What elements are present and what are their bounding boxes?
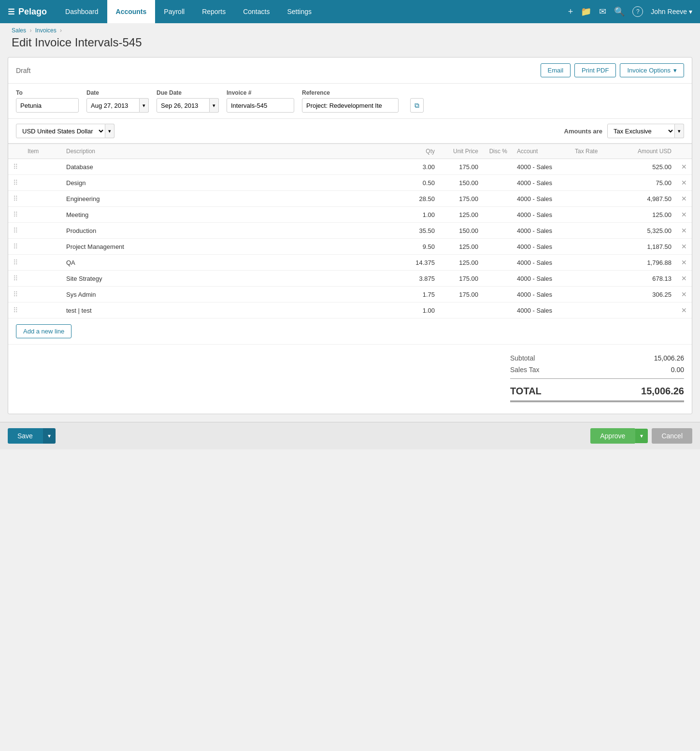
description-cell[interactable]: Production xyxy=(61,223,406,239)
tax-rate-cell[interactable] xyxy=(570,223,623,239)
drag-handle[interactable] xyxy=(8,159,23,175)
account-cell[interactable]: 4000 - Sales xyxy=(512,255,570,271)
reference-input[interactable] xyxy=(302,98,399,113)
tax-rate-cell[interactable] xyxy=(570,239,623,255)
unit-price-cell[interactable]: 125.00 xyxy=(440,239,483,255)
remove-row-button[interactable]: ✕ xyxy=(681,259,687,266)
qty-cell[interactable]: 3.00 xyxy=(406,159,440,175)
drag-handle[interactable] xyxy=(8,207,23,223)
remove-row-button[interactable]: ✕ xyxy=(681,290,687,298)
description-cell[interactable]: test | test xyxy=(61,303,406,318)
remove-row-button[interactable]: ✕ xyxy=(681,227,687,234)
unit-price-cell[interactable]: 125.00 xyxy=(440,207,483,223)
account-cell[interactable]: 4000 - Sales xyxy=(512,239,570,255)
description-cell[interactable]: Design xyxy=(61,175,406,191)
qty-cell[interactable]: 1.00 xyxy=(406,303,440,318)
save-button[interactable]: Save xyxy=(8,428,43,444)
qty-cell[interactable]: 35.50 xyxy=(406,223,440,239)
qty-cell[interactable]: 28.50 xyxy=(406,191,440,207)
tax-rate-cell[interactable] xyxy=(570,271,623,287)
remove-row-button[interactable]: ✕ xyxy=(681,211,687,218)
add-icon[interactable]: + xyxy=(568,7,573,17)
unit-price-cell[interactable] xyxy=(440,303,483,318)
disc-cell[interactable] xyxy=(483,303,512,318)
tax-rate-cell[interactable] xyxy=(570,159,623,175)
nav-item-payroll[interactable]: Payroll xyxy=(155,0,193,23)
search-icon[interactable]: 🔍 xyxy=(614,6,625,17)
drag-handle[interactable] xyxy=(8,175,23,191)
nav-item-reports[interactable]: Reports xyxy=(193,0,234,23)
drag-handle[interactable] xyxy=(8,223,23,239)
unit-price-cell[interactable]: 125.00 xyxy=(440,255,483,271)
remove-row-button[interactable]: ✕ xyxy=(681,274,687,282)
drag-handle[interactable] xyxy=(8,255,23,271)
disc-cell[interactable] xyxy=(483,271,512,287)
qty-cell[interactable]: 14.375 xyxy=(406,255,440,271)
cancel-button[interactable]: Cancel xyxy=(652,428,692,444)
qty-cell[interactable]: 0.50 xyxy=(406,175,440,191)
help-icon[interactable]: ? xyxy=(632,6,643,17)
copy-button[interactable]: ⧉ xyxy=(410,98,424,113)
qty-cell[interactable]: 1.75 xyxy=(406,287,440,303)
folder-icon[interactable]: 📁 xyxy=(581,6,591,17)
account-cell[interactable]: 4000 - Sales xyxy=(512,271,570,287)
remove-row-button[interactable]: ✕ xyxy=(681,163,687,171)
print-pdf-button[interactable]: Print PDF xyxy=(574,63,616,77)
remove-row-button[interactable]: ✕ xyxy=(681,243,687,250)
approve-dropdown-button[interactable]: ▾ xyxy=(635,429,648,443)
unit-price-cell[interactable]: 175.00 xyxy=(440,287,483,303)
date-dropdown-button[interactable]: ▾ xyxy=(140,98,149,113)
tax-exclusive-select[interactable]: Tax Exclusive xyxy=(607,124,675,138)
nav-item-dashboard[interactable]: Dashboard xyxy=(57,0,107,23)
disc-cell[interactable] xyxy=(483,255,512,271)
remove-row-button[interactable]: ✕ xyxy=(681,195,687,202)
account-cell[interactable]: 4000 - Sales xyxy=(512,191,570,207)
approve-button[interactable]: Approve xyxy=(590,428,635,444)
tax-rate-cell[interactable] xyxy=(570,255,623,271)
tax-rate-cell[interactable] xyxy=(570,191,623,207)
email-button[interactable]: Email xyxy=(541,63,571,77)
unit-price-cell[interactable]: 150.00 xyxy=(440,175,483,191)
description-cell[interactable]: Project Management xyxy=(61,239,406,255)
remove-row-button[interactable]: ✕ xyxy=(681,306,687,314)
tax-rate-cell[interactable] xyxy=(570,287,623,303)
unit-price-cell[interactable]: 175.00 xyxy=(440,271,483,287)
unit-price-cell[interactable]: 175.00 xyxy=(440,191,483,207)
disc-cell[interactable] xyxy=(483,159,512,175)
tax-rate-cell[interactable] xyxy=(570,207,623,223)
menu-icon[interactable]: ☰ xyxy=(8,7,14,16)
tax-dropdown-button[interactable]: ▾ xyxy=(675,124,684,138)
nav-item-contacts[interactable]: Contacts xyxy=(234,0,278,23)
account-cell[interactable]: 4000 - Sales xyxy=(512,303,570,318)
drag-handle[interactable] xyxy=(8,271,23,287)
description-cell[interactable]: Sys Admin xyxy=(61,287,406,303)
breadcrumb-invoices[interactable]: Invoices xyxy=(35,27,57,34)
account-cell[interactable]: 4000 - Sales xyxy=(512,223,570,239)
account-cell[interactable]: 4000 - Sales xyxy=(512,287,570,303)
qty-cell[interactable]: 1.00 xyxy=(406,207,440,223)
unit-price-cell[interactable]: 175.00 xyxy=(440,159,483,175)
due-date-input[interactable] xyxy=(157,98,210,113)
to-input[interactable] xyxy=(16,98,79,113)
description-cell[interactable]: Database xyxy=(61,159,406,175)
mail-icon[interactable]: ✉ xyxy=(599,6,606,17)
remove-row-button[interactable]: ✕ xyxy=(681,179,687,187)
drag-handle[interactable] xyxy=(8,287,23,303)
unit-price-cell[interactable]: 150.00 xyxy=(440,223,483,239)
description-cell[interactable]: Engineering xyxy=(61,191,406,207)
disc-cell[interactable] xyxy=(483,239,512,255)
disc-cell[interactable] xyxy=(483,287,512,303)
currency-select[interactable]: USD United States Dollar xyxy=(16,124,105,138)
description-cell[interactable]: Site Strategy xyxy=(61,271,406,287)
disc-cell[interactable] xyxy=(483,207,512,223)
disc-cell[interactable] xyxy=(483,191,512,207)
invoice-num-input[interactable] xyxy=(227,98,294,113)
date-input[interactable] xyxy=(86,98,140,113)
nav-item-accounts[interactable]: Accounts xyxy=(107,0,156,23)
qty-cell[interactable]: 9.50 xyxy=(406,239,440,255)
add-line-button[interactable]: Add a new line xyxy=(16,324,71,338)
description-cell[interactable]: Meeting xyxy=(61,207,406,223)
nav-item-settings[interactable]: Settings xyxy=(278,0,320,23)
drag-handle[interactable] xyxy=(8,303,23,318)
account-cell[interactable]: 4000 - Sales xyxy=(512,159,570,175)
